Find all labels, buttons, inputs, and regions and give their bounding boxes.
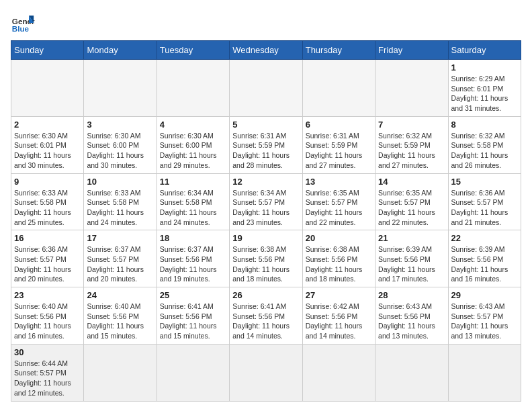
day-number: 28 (378, 290, 445, 300)
day-info: Sunrise: 6:30 AM Sunset: 6:01 PM Dayligh… (14, 131, 81, 171)
day-info: Sunrise: 6:39 AM Sunset: 5:56 PM Dayligh… (378, 244, 445, 284)
day-cell: 22Sunrise: 6:39 AM Sunset: 5:56 PM Dayli… (448, 230, 521, 287)
day-cell: 30Sunrise: 6:44 AM Sunset: 5:57 PM Dayli… (11, 344, 84, 401)
day-cell: 21Sunrise: 6:39 AM Sunset: 5:56 PM Dayli… (375, 230, 448, 287)
day-number: 18 (160, 233, 226, 243)
day-cell (11, 60, 84, 117)
day-info: Sunrise: 6:41 AM Sunset: 5:56 PM Dayligh… (160, 302, 226, 341)
day-number: 6 (306, 120, 372, 130)
day-cell (230, 344, 302, 401)
day-cell (157, 60, 229, 117)
day-cell: 20Sunrise: 6:38 AM Sunset: 5:56 PM Dayli… (302, 230, 375, 287)
day-cell: 29Sunrise: 6:43 AM Sunset: 5:57 PM Dayli… (448, 287, 521, 345)
week-row-5: 23Sunrise: 6:40 AM Sunset: 5:56 PM Dayli… (11, 287, 521, 345)
week-row-6: 30Sunrise: 6:44 AM Sunset: 5:57 PM Dayli… (11, 344, 521, 401)
day-number: 4 (160, 120, 226, 130)
day-number: 2 (14, 120, 81, 130)
day-info: Sunrise: 6:37 AM Sunset: 5:57 PM Dayligh… (87, 244, 153, 284)
day-number: 13 (306, 177, 372, 187)
day-info: Sunrise: 6:31 AM Sunset: 5:59 PM Dayligh… (232, 131, 299, 171)
day-info: Sunrise: 6:35 AM Sunset: 5:57 PM Dayligh… (378, 188, 445, 228)
day-number: 17 (87, 233, 153, 243)
day-cell: 9Sunrise: 6:33 AM Sunset: 5:58 PM Daylig… (11, 173, 84, 230)
day-number: 12 (232, 177, 299, 187)
day-info: Sunrise: 6:32 AM Sunset: 5:59 PM Dayligh… (378, 131, 445, 171)
day-number: 21 (378, 233, 445, 243)
week-row-1: 1Sunrise: 6:29 AM Sunset: 6:01 PM Daylig… (11, 60, 521, 117)
day-cell (157, 344, 229, 401)
day-cell (302, 60, 375, 117)
day-cell: 12Sunrise: 6:34 AM Sunset: 5:57 PM Dayli… (230, 173, 302, 230)
day-number: 10 (87, 177, 153, 187)
day-info: Sunrise: 6:41 AM Sunset: 5:56 PM Dayligh… (232, 302, 299, 341)
day-info: Sunrise: 6:37 AM Sunset: 5:56 PM Dayligh… (160, 244, 226, 284)
day-cell: 3Sunrise: 6:30 AM Sunset: 6:00 PM Daylig… (84, 116, 157, 173)
day-number: 20 (306, 233, 372, 243)
day-number: 22 (451, 233, 518, 243)
day-info: Sunrise: 6:38 AM Sunset: 5:56 PM Dayligh… (232, 244, 299, 284)
day-cell (230, 60, 302, 117)
day-cell: 11Sunrise: 6:34 AM Sunset: 5:58 PM Dayli… (157, 173, 229, 230)
day-info: Sunrise: 6:35 AM Sunset: 5:57 PM Dayligh… (306, 188, 372, 228)
day-cell: 8Sunrise: 6:32 AM Sunset: 5:58 PM Daylig… (448, 116, 521, 173)
day-cell (448, 344, 521, 401)
day-info: Sunrise: 6:44 AM Sunset: 5:57 PM Dayligh… (14, 359, 81, 398)
week-row-3: 9Sunrise: 6:33 AM Sunset: 5:58 PM Daylig… (11, 173, 521, 230)
weekday-header-row: SundayMondayTuesdayWednesdayThursdayFrid… (11, 41, 521, 60)
day-info: Sunrise: 6:43 AM Sunset: 5:57 PM Dayligh… (451, 302, 518, 341)
day-cell: 2Sunrise: 6:30 AM Sunset: 6:01 PM Daylig… (11, 116, 84, 173)
day-info: Sunrise: 6:32 AM Sunset: 5:58 PM Dayligh… (451, 131, 518, 171)
weekday-header-saturday: Saturday (448, 41, 521, 60)
day-number: 1 (451, 62, 518, 73)
day-info: Sunrise: 6:30 AM Sunset: 6:00 PM Dayligh… (160, 131, 226, 171)
day-cell: 23Sunrise: 6:40 AM Sunset: 5:56 PM Dayli… (11, 287, 84, 345)
day-info: Sunrise: 6:34 AM Sunset: 5:57 PM Dayligh… (232, 188, 299, 228)
page-container: General Blue SundayMondayTuesdayWednesda… (11, 11, 521, 402)
day-number: 8 (451, 120, 518, 130)
weekday-header-monday: Monday (84, 41, 157, 60)
day-number: 24 (87, 290, 153, 300)
day-info: Sunrise: 6:42 AM Sunset: 5:56 PM Dayligh… (306, 302, 372, 341)
week-row-4: 16Sunrise: 6:36 AM Sunset: 5:57 PM Dayli… (11, 230, 521, 287)
day-info: Sunrise: 6:43 AM Sunset: 5:56 PM Dayligh… (378, 302, 445, 341)
day-info: Sunrise: 6:30 AM Sunset: 6:00 PM Dayligh… (87, 131, 153, 171)
day-info: Sunrise: 6:40 AM Sunset: 5:56 PM Dayligh… (14, 302, 81, 341)
day-info: Sunrise: 6:36 AM Sunset: 5:57 PM Dayligh… (14, 244, 81, 284)
day-cell: 5Sunrise: 6:31 AM Sunset: 5:59 PM Daylig… (230, 116, 302, 173)
logo: General Blue (11, 11, 35, 35)
day-cell: 28Sunrise: 6:43 AM Sunset: 5:56 PM Dayli… (375, 287, 448, 345)
day-info: Sunrise: 6:31 AM Sunset: 5:59 PM Dayligh… (306, 131, 372, 171)
day-number: 29 (451, 290, 518, 300)
day-number: 9 (14, 177, 81, 187)
day-number: 25 (160, 290, 226, 300)
day-info: Sunrise: 6:40 AM Sunset: 5:56 PM Dayligh… (87, 302, 153, 341)
day-cell: 25Sunrise: 6:41 AM Sunset: 5:56 PM Dayli… (157, 287, 229, 345)
day-number: 30 (14, 347, 81, 357)
weekday-header-sunday: Sunday (11, 41, 84, 60)
day-cell: 17Sunrise: 6:37 AM Sunset: 5:57 PM Dayli… (84, 230, 157, 287)
weekday-header-wednesday: Wednesday (230, 41, 302, 60)
day-cell: 10Sunrise: 6:33 AM Sunset: 5:58 PM Dayli… (84, 173, 157, 230)
week-row-2: 2Sunrise: 6:30 AM Sunset: 6:01 PM Daylig… (11, 116, 521, 173)
day-number: 7 (378, 120, 445, 130)
day-number: 26 (232, 290, 299, 300)
day-number: 16 (14, 233, 81, 243)
header: General Blue (11, 11, 521, 35)
day-info: Sunrise: 6:39 AM Sunset: 5:56 PM Dayligh… (451, 244, 518, 284)
weekday-header-tuesday: Tuesday (157, 41, 229, 60)
logo-icon: General Blue (11, 11, 35, 35)
day-cell: 19Sunrise: 6:38 AM Sunset: 5:56 PM Dayli… (230, 230, 302, 287)
day-number: 14 (378, 177, 445, 187)
svg-text:Blue: Blue (12, 24, 30, 33)
day-cell: 15Sunrise: 6:36 AM Sunset: 5:57 PM Dayli… (448, 173, 521, 230)
weekday-header-friday: Friday (375, 41, 448, 60)
day-info: Sunrise: 6:36 AM Sunset: 5:57 PM Dayligh… (451, 188, 518, 228)
calendar-table: SundayMondayTuesdayWednesdayThursdayFrid… (11, 40, 521, 402)
day-number: 11 (160, 177, 226, 187)
day-info: Sunrise: 6:33 AM Sunset: 5:58 PM Dayligh… (14, 188, 81, 228)
day-info: Sunrise: 6:29 AM Sunset: 6:01 PM Dayligh… (451, 74, 518, 113)
day-cell: 14Sunrise: 6:35 AM Sunset: 5:57 PM Dayli… (375, 173, 448, 230)
day-cell: 7Sunrise: 6:32 AM Sunset: 5:59 PM Daylig… (375, 116, 448, 173)
day-cell: 26Sunrise: 6:41 AM Sunset: 5:56 PM Dayli… (230, 287, 302, 345)
day-info: Sunrise: 6:34 AM Sunset: 5:58 PM Dayligh… (160, 188, 226, 228)
